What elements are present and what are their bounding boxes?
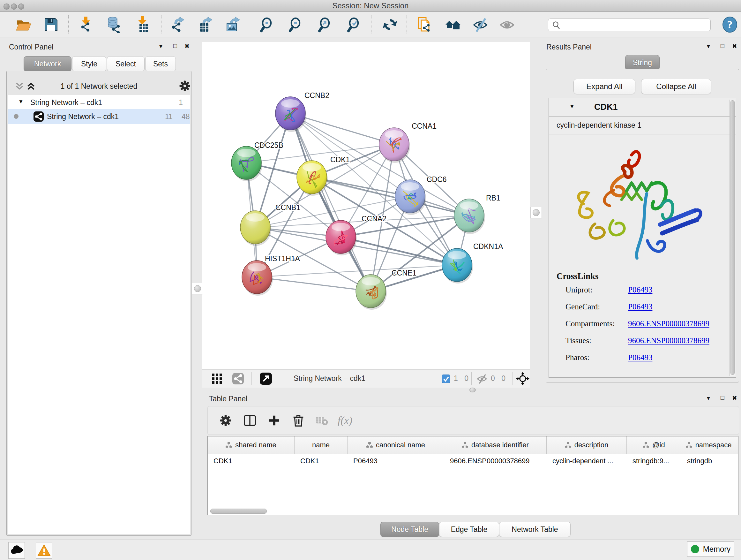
right-splitter-handle[interactable] <box>530 207 542 219</box>
save-session-button[interactable] <box>42 15 60 34</box>
column-header--id[interactable]: @id <box>627 436 681 454</box>
cloud-button[interactable] <box>8 542 25 559</box>
network-canvas[interactable]: CCNB2CCNA1CDC25BCDK1CDC6RB1CCNB1CCNA2CDK… <box>202 42 530 369</box>
left-splitter-handle[interactable] <box>192 283 203 294</box>
graph-node-cdkn1a[interactable]: CDKN1A <box>442 242 503 284</box>
help-button[interactable]: ? <box>721 15 739 34</box>
show-all-button[interactable] <box>444 15 462 34</box>
network-view-icon[interactable] <box>232 373 244 384</box>
graph-node-ccne1[interactable]: CCNE1 <box>356 269 416 310</box>
open-file-button[interactable] <box>14 15 33 34</box>
control-panel-float-icon[interactable]: □ <box>173 43 177 49</box>
apply-function-button[interactable]: f(x) <box>337 412 353 429</box>
tab-sets[interactable]: Sets <box>145 56 176 71</box>
delete-table-button[interactable] <box>314 412 330 429</box>
graph-node-label: CCNA1 <box>412 122 436 130</box>
import-table-from-file-button[interactable] <box>133 15 151 34</box>
control-panel-menu-icon[interactable]: ▼ <box>158 44 163 49</box>
graph-node-ccnb1[interactable]: CCNB1 <box>240 203 300 246</box>
results-scrollbar-thumb[interactable] <box>731 100 735 375</box>
tab-node-table[interactable]: Node Table <box>381 522 439 537</box>
export-image-button[interactable] <box>223 15 242 34</box>
crosslink-link[interactable]: P06493 <box>628 302 652 311</box>
column-header-description[interactable]: description <box>547 436 627 454</box>
export-table-button[interactable] <box>196 15 214 34</box>
table-cell[interactable]: stringdb <box>681 454 736 468</box>
show-hidden-button[interactable] <box>498 15 517 34</box>
import-network-from-file-button[interactable] <box>77 15 95 34</box>
network-row-selected[interactable]: String Network – cdk1 11 48 <box>8 109 190 124</box>
column-header-namespace[interactable]: namespace <box>681 436 736 454</box>
minimize-window-button[interactable] <box>11 3 17 10</box>
network-options-gear-icon[interactable] <box>178 79 192 93</box>
crosslink-link[interactable]: P06493 <box>628 353 652 362</box>
collapse-all-button[interactable]: Collapse All <box>641 79 711 94</box>
results-scrollbar[interactable] <box>730 100 735 376</box>
selected-checkbox-icon[interactable] <box>442 374 450 383</box>
zoom-in-button[interactable] <box>257 15 276 34</box>
table-panel-close-icon[interactable]: ✖ <box>732 395 737 401</box>
network-graph[interactable]: CCNB2CCNA1CDC25BCDK1CDC6RB1CCNB1CCNA2CDK… <box>202 42 530 369</box>
fit-crosshair-icon[interactable] <box>516 372 530 386</box>
tab-style[interactable]: Style <box>72 56 106 71</box>
table-cell[interactable]: CDK1 <box>208 454 294 468</box>
delete-columns-button[interactable] <box>290 412 307 429</box>
results-panel-menu-icon[interactable]: ▼ <box>706 44 711 49</box>
import-network-from-database-button[interactable] <box>105 15 123 34</box>
memory-button[interactable]: Memory <box>687 542 734 557</box>
tab-network-table[interactable]: Network Table <box>499 522 570 537</box>
graph-node-label: CCNB2 <box>305 91 329 100</box>
zoom-window-button[interactable] <box>18 3 24 10</box>
horizontal-splitter-handle[interactable] <box>469 388 476 392</box>
column-header-canonical-name[interactable]: canonical name <box>347 436 444 454</box>
column-header-database-identifier[interactable]: database identifier <box>444 436 547 454</box>
zoom-fit-button[interactable] <box>315 15 334 34</box>
graph-node-rb1[interactable]: RB1 <box>454 194 500 234</box>
table-cell[interactable]: CDK1 <box>294 454 347 468</box>
hidden-eye-icon[interactable] <box>475 373 489 384</box>
grid-view-icon[interactable] <box>211 373 223 384</box>
search-input[interactable] <box>563 20 709 30</box>
table-cell[interactable]: 9606.ENSP00000378699 <box>444 454 547 468</box>
crosslink-link[interactable]: 9606.ENSP00000378699 <box>628 336 710 345</box>
zoom-out-button[interactable] <box>286 15 305 34</box>
tree-expand-arrow-icon[interactable]: ▼ <box>18 99 23 105</box>
tab-edge-table[interactable]: Edge Table <box>439 522 499 537</box>
crosslinks-rows: Uniprot:P06493GeneCard:P06493Compartment… <box>556 281 723 366</box>
create-column-button[interactable] <box>266 412 282 429</box>
results-panel-float-icon[interactable]: □ <box>721 43 724 49</box>
table-horizontal-scrollbar[interactable] <box>210 509 267 514</box>
gene-entry-header[interactable]: ▼ CDK1 <box>549 98 736 117</box>
table-panel-menu-icon[interactable]: ▼ <box>706 396 711 401</box>
close-window-button[interactable] <box>3 3 10 10</box>
column-header-name[interactable]: name <box>294 436 347 454</box>
table-panel-float-icon[interactable]: □ <box>721 395 724 401</box>
export-network-button[interactable] <box>169 15 187 34</box>
expand-all-button[interactable]: Expand All <box>574 79 635 94</box>
copy-style-button[interactable] <box>415 15 434 34</box>
graph-node-label: CDKN1A <box>473 242 503 251</box>
table-options-button[interactable] <box>217 412 234 429</box>
show-columns-button[interactable] <box>242 412 258 429</box>
control-panel-close-icon[interactable]: ✖ <box>185 43 190 49</box>
results-panel-close-icon[interactable]: ✖ <box>732 43 737 49</box>
graph-node-ccnb2[interactable]: CCNB2 <box>275 91 329 132</box>
graph-node-cdc6[interactable]: CDC6 <box>395 175 447 215</box>
column-header-shared-name[interactable]: shared name <box>208 436 294 454</box>
refresh-view-button[interactable] <box>381 15 399 34</box>
network-collection-row[interactable]: ▼ String Network – cdk1 1 <box>8 97 190 109</box>
table-cell[interactable]: stringdb:9... <box>627 454 681 468</box>
table-cell[interactable]: cyclin-dependent ... <box>547 454 627 468</box>
tab-string[interactable]: String <box>625 55 660 70</box>
warning-button[interactable] <box>36 542 52 559</box>
table-row[interactable]: CDK1CDK1P064939606.ENSP00000378699cyclin… <box>208 454 738 468</box>
zoom-selected-button[interactable] <box>344 15 363 34</box>
crosslink-link[interactable]: 9606.ENSP00000378699 <box>628 319 710 328</box>
hide-selected-button[interactable] <box>471 15 490 34</box>
tab-select[interactable]: Select <box>107 56 145 71</box>
collapse-entry-arrow-icon[interactable]: ▼ <box>569 104 575 110</box>
table-cell[interactable]: P06493 <box>347 454 444 468</box>
tab-network[interactable]: Network <box>23 56 71 71</box>
crosslink-link[interactable]: P06493 <box>628 286 652 294</box>
detach-view-icon[interactable] <box>260 373 272 385</box>
